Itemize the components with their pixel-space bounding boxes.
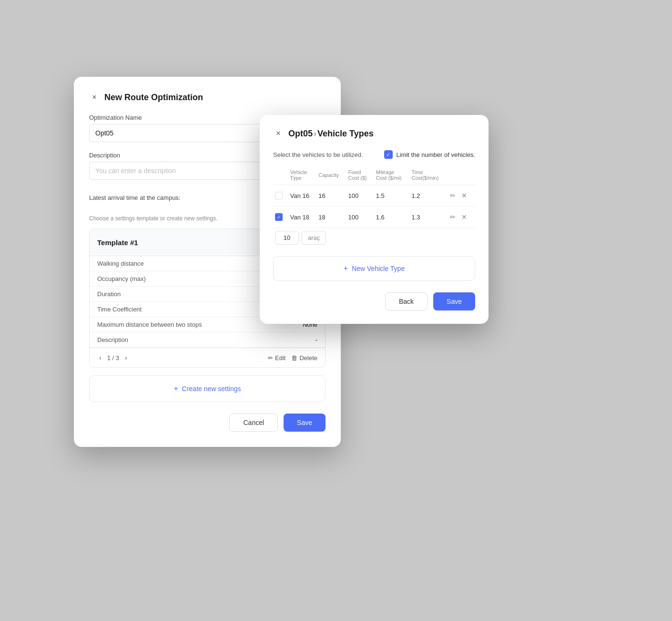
- template-actions: ✏ Edit 🗑 Delete: [268, 354, 317, 362]
- van16-type: Van 16: [288, 185, 316, 207]
- van18-qty-group: araç: [275, 231, 471, 245]
- dialog2-close-button[interactable]: ×: [273, 128, 284, 139]
- create-new-label: Create new settings: [182, 385, 241, 393]
- edit-button[interactable]: ✏ Edit: [268, 354, 285, 362]
- delete-icon: 🗑: [291, 354, 297, 362]
- van18-qty-cell: araç: [273, 228, 475, 251]
- breadcrumb: Opt05›Vehicle Types: [288, 129, 374, 139]
- edit-icon: ✏: [268, 354, 273, 362]
- dialog1-footer-buttons: Cancel Save: [89, 414, 326, 432]
- vehicle-table-header-row: VehicleType Capacity FixedCost ($) Milea…: [273, 167, 475, 185]
- back-button[interactable]: Back: [385, 292, 428, 310]
- col-select: [273, 167, 288, 185]
- create-new-settings-button[interactable]: + Create new settings: [89, 375, 326, 402]
- vehicle-row-van16: Van 16 16 100 1.5 1.2 ✏ ✕: [273, 185, 475, 207]
- dialog2-header: × Opt05›Vehicle Types: [273, 128, 475, 139]
- delete-button[interactable]: 🗑 Delete: [291, 354, 317, 362]
- dialog1-header: × New Route Optimization: [89, 92, 326, 103]
- template-description-value: -: [316, 336, 317, 343]
- max-distance-label: Maximum distance between two stops: [97, 321, 202, 328]
- limit-vehicles-text: Limit the number of vehicles.: [397, 151, 475, 158]
- dialog2-footer-buttons: Back Save: [273, 292, 475, 310]
- new-vehicle-type-label: New Vehicle Type: [352, 265, 405, 272]
- duration-label: Duration: [97, 290, 121, 298]
- van18-capacity: 18: [316, 207, 346, 228]
- arrival-time-label: Latest arrival time at the campus:: [89, 194, 180, 201]
- pagination-next-button[interactable]: ›: [123, 353, 129, 362]
- vehicle-subtitle: Select the vehicles to be utilized.: [273, 151, 363, 158]
- vehicle-table: VehicleType Capacity FixedCost ($) Milea…: [273, 167, 475, 250]
- van16-fixed-cost: 100: [346, 185, 374, 207]
- limit-vehicles-checkbox[interactable]: ✓: [384, 150, 393, 159]
- van18-qty-unit: araç: [302, 231, 326, 245]
- walking-distance-label: Walking distance: [97, 260, 144, 267]
- template-pagination: ‹ 1 / 3 ›: [97, 353, 129, 362]
- time-coefficient-label: Time Coefficient: [97, 306, 142, 313]
- col-actions: [447, 167, 475, 185]
- pagination-label: 1 / 3: [107, 354, 119, 362]
- new-vehicle-type-button[interactable]: + New Vehicle Type: [273, 256, 475, 281]
- van16-capacity: 16: [316, 185, 346, 207]
- breadcrumb-separator: ›: [314, 129, 316, 138]
- breadcrumb-part2: Vehicle Types: [317, 129, 374, 138]
- van16-time-cost: 1.2: [410, 185, 447, 207]
- van18-delete-button[interactable]: ✕: [460, 212, 468, 222]
- dialog2-save-button[interactable]: Save: [433, 292, 475, 310]
- col-capacity: Capacity: [316, 167, 346, 185]
- vehicle-qty-row-van18: araç: [273, 228, 475, 251]
- new-vehicle-plus-icon: +: [344, 264, 348, 273]
- van16-action-buttons: ✏ ✕: [449, 191, 471, 200]
- dialog1-title: New Route Optimization: [104, 93, 203, 103]
- vehicle-subtitle-row: Select the vehicles to be utilized. ✓ Li…: [273, 150, 475, 159]
- save-button[interactable]: Save: [284, 414, 326, 432]
- plus-icon: +: [173, 384, 178, 393]
- van16-actions: ✏ ✕: [447, 185, 475, 207]
- col-time-cost: TimeCost($/min): [410, 167, 447, 185]
- vehicle-types-dialog: × Opt05›Vehicle Types Select the vehicle…: [260, 115, 489, 324]
- limit-vehicles-label[interactable]: ✓ Limit the number of vehicles.: [384, 150, 475, 159]
- van18-time-cost: 1.3: [410, 207, 447, 228]
- col-fixed-cost: FixedCost ($): [346, 167, 374, 185]
- occupancy-label: Occupancy (max): [97, 275, 146, 282]
- breadcrumb-part1: Opt05: [288, 129, 313, 138]
- van16-checkbox[interactable]: [275, 192, 283, 199]
- van18-edit-button[interactable]: ✏: [449, 212, 457, 222]
- template-description-label: Description: [97, 336, 128, 343]
- van18-qty-input[interactable]: [275, 231, 299, 245]
- template-title: Template #1: [97, 238, 138, 247]
- col-type: VehicleType: [288, 167, 316, 185]
- van16-edit-button[interactable]: ✏: [449, 191, 457, 200]
- cancel-button[interactable]: Cancel: [229, 414, 278, 432]
- pagination-prev-button[interactable]: ‹: [97, 353, 103, 362]
- van18-type: Van 18: [288, 207, 316, 228]
- van18-actions: ✏ ✕: [447, 207, 475, 228]
- col-mileage-cost: MileageCost ($/mi): [374, 167, 410, 185]
- dialog1-close-button[interactable]: ×: [89, 92, 100, 103]
- van16-select[interactable]: [273, 185, 288, 207]
- van16-delete-button[interactable]: ✕: [460, 191, 468, 200]
- template-footer: ‹ 1 / 3 › ✏ Edit 🗑 Delete: [90, 348, 325, 367]
- van18-fixed-cost: 100: [346, 207, 374, 228]
- van18-select[interactable]: ✓: [273, 207, 288, 228]
- van16-mileage-cost: 1.5: [374, 185, 410, 207]
- van18-mileage-cost: 1.6: [374, 207, 410, 228]
- template-row-description: Description -: [90, 332, 325, 348]
- van18-action-buttons: ✏ ✕: [449, 212, 471, 222]
- vehicle-row-van18: ✓ Van 18 18 100 1.6 1.3 ✏ ✕: [273, 207, 475, 228]
- van18-checkbox[interactable]: ✓: [275, 213, 283, 221]
